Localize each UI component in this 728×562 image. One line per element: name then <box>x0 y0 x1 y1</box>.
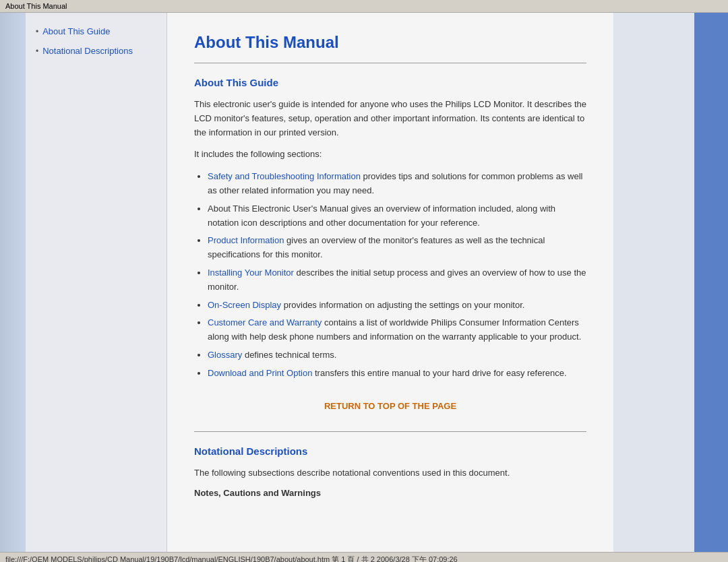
return-to-top-link[interactable]: RETURN TO TOP OF THE PAGE <box>324 401 456 411</box>
link-glossary[interactable]: Glossary <box>208 350 242 360</box>
sidebar-link-about-this-guide[interactable]: About This Guide <box>42 26 110 36</box>
section-title-notational: Notational Descriptions <box>194 445 586 457</box>
return-to-top-container: RETURN TO TOP OF THE PAGE <box>194 401 586 411</box>
link-download-print[interactable]: Download and Print Option <box>208 368 312 378</box>
sidebar-link-notational-descriptions[interactable]: Notational Descriptions <box>42 46 133 56</box>
title-bar-text: About This Manual <box>5 2 67 10</box>
divider-middle <box>194 431 586 432</box>
notes-cautions-title: Notes, Cautions and Warnings <box>194 488 586 498</box>
list-item-text-7: transfers this entire manual to your har… <box>312 368 566 378</box>
section-notational-descriptions: Notational Descriptions The following su… <box>194 445 586 499</box>
list-item: Safety and Troubleshooting Information p… <box>208 170 586 198</box>
bullet-icon: • <box>36 27 38 36</box>
main-content: About This Manual About This Guide This … <box>167 13 613 552</box>
section-about-this-guide: About This Guide This electronic user's … <box>194 77 586 381</box>
sections-list: Safety and Troubleshooting Information p… <box>208 170 586 380</box>
sidebar-item-notational-descriptions[interactable]: • Notational Descriptions <box>36 46 156 56</box>
list-item-text-6: defines technical terms. <box>242 350 336 360</box>
link-osd[interactable]: On-Screen Display <box>208 300 281 310</box>
right-accent-bar-1 <box>613 13 694 552</box>
sidebar: • About This Guide • Notational Descript… <box>26 13 167 552</box>
list-item-text-4: provides information on adjusting the se… <box>281 300 524 310</box>
page-title: About This Manual <box>194 33 586 52</box>
left-accent-bar <box>0 13 26 552</box>
link-installing-monitor[interactable]: Installing Your Monitor <box>208 268 294 278</box>
title-bar: About This Manual <box>0 0 728 13</box>
list-item: Download and Print Option transfers this… <box>208 367 586 381</box>
list-item: Glossary defines technical terms. <box>208 348 586 363</box>
list-item: Installing Your Monitor describes the in… <box>208 266 586 294</box>
list-item: Customer Care and Warranty contains a li… <box>208 316 586 344</box>
intro-paragraph-2: It includes the following sections: <box>194 148 586 162</box>
list-item: Product Information gives an overview of… <box>208 234 586 262</box>
right-accent-bar-2 <box>694 13 728 552</box>
main-layout: • About This Guide • Notational Descript… <box>0 13 728 552</box>
list-item: On-Screen Display provides information o… <box>208 299 586 313</box>
section-title-about-this-guide: About This Guide <box>194 77 586 88</box>
divider-top <box>194 63 586 63</box>
list-item-text-1: About This Electronic User's Manual give… <box>208 204 555 228</box>
status-bar: file:///F:/OEM MODELS/philips/CD Manual/… <box>0 552 728 562</box>
status-bar-text: file:///F:/OEM MODELS/philips/CD Manual/… <box>5 555 458 562</box>
list-item: About This Electronic User's Manual give… <box>208 202 586 230</box>
bullet-icon: • <box>36 46 38 56</box>
sidebar-item-about-this-guide[interactable]: • About This Guide <box>36 26 156 36</box>
link-customer-care[interactable]: Customer Care and Warranty <box>208 317 322 327</box>
intro-paragraph-1: This electronic user's guide is intended… <box>194 98 586 139</box>
link-safety[interactable]: Safety and Troubleshooting Information <box>208 171 361 181</box>
link-product-info[interactable]: Product Information <box>208 235 284 245</box>
notational-paragraph: The following subsections describe notat… <box>194 466 586 480</box>
